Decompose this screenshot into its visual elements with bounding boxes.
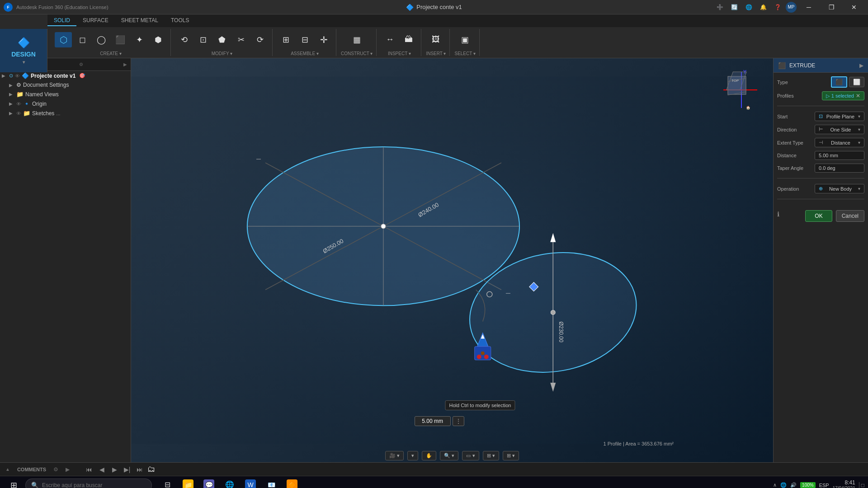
more-create-btn[interactable]: ⬢: [150, 32, 167, 47]
browser-item-doc-settings[interactable]: ▶ ⚙ Document Settings: [0, 80, 131, 89]
start-value: Profile Plane: [826, 114, 854, 119]
globe-btn[interactable]: 🌐: [742, 1, 755, 14]
cancel-button[interactable]: Cancel: [836, 210, 864, 222]
browser-collapse-btn[interactable]: ▶: [123, 62, 127, 67]
tab-tools[interactable]: TOOLS: [165, 15, 195, 26]
design-button[interactable]: 🔷 DESIGN ▾: [0, 29, 47, 72]
box-btn[interactable]: ◻: [74, 32, 91, 47]
distance-menu-btn[interactable]: ⋮: [453, 416, 464, 426]
grid-btn[interactable]: ⊞ ▾: [483, 451, 499, 460]
browser-item-origin[interactable]: ▶ 👁 🔹 Origin: [0, 99, 131, 108]
extent-type-dropdown[interactable]: ⊣ Distance ▾: [815, 138, 864, 147]
browser-settings-icon[interactable]: ⚙: [79, 62, 83, 67]
comments-collapse-right[interactable]: ▶: [66, 466, 70, 473]
user-avatar[interactable]: MP: [786, 2, 797, 13]
new-component-btn[interactable]: ⊞: [277, 32, 294, 47]
sphere-btn[interactable]: ⬛: [112, 32, 129, 47]
nav-next-btn[interactable]: ▶|: [122, 465, 132, 474]
profiles-clear-btn[interactable]: ✕: [856, 93, 860, 99]
comments-settings-icon[interactable]: ⚙: [53, 466, 58, 473]
canvas-tooltip: Hold Ctrl to modify selection: [445, 400, 515, 410]
help-btn[interactable]: ❓: [771, 1, 784, 14]
taper-angle-input[interactable]: 0.0 deg: [815, 164, 864, 173]
nav-play-btn[interactable]: ▶: [109, 465, 119, 474]
search-input[interactable]: [42, 482, 132, 488]
split-btn[interactable]: ✂: [232, 32, 250, 47]
taskbar-outlook[interactable]: 📧: [261, 476, 281, 488]
extrude-icon: ⬛: [778, 62, 786, 69]
language-indicator[interactable]: ESP: [819, 483, 829, 488]
bell-btn[interactable]: 🔔: [757, 1, 769, 14]
nv-folder-icon: 📁: [16, 91, 24, 98]
nav-cube[interactable]: Y TOP 🏠: [719, 67, 764, 113]
show-desktop-btn[interactable]: □: [859, 482, 864, 488]
extrude-collapse-btn[interactable]: ▶: [859, 62, 863, 69]
torus-btn[interactable]: ✦: [131, 32, 148, 47]
close-btn[interactable]: ✕: [844, 0, 864, 14]
sound-icon[interactable]: 🔊: [790, 482, 797, 488]
measure-btn[interactable]: ↔: [381, 32, 398, 47]
select-btn[interactable]: ▣: [457, 32, 474, 47]
canvas-distance-input[interactable]: 5.00 mm ⋮: [415, 416, 464, 426]
operation-dropdown[interactable]: ⊕ New Body ▾: [815, 184, 864, 193]
align-btn[interactable]: ⟳: [251, 32, 269, 47]
browser-item-sketches[interactable]: ▶ 👁 📁 Sketches ...: [0, 108, 131, 118]
env-btn[interactable]: ⊞ ▾: [503, 451, 519, 460]
taskbar-file-explorer[interactable]: 📁: [178, 476, 198, 488]
taskbar-chrome[interactable]: 🌐: [220, 476, 240, 488]
cylinder-btn[interactable]: ◯: [93, 32, 110, 47]
tab-sheet-metal[interactable]: SHEET METAL: [115, 15, 165, 26]
direction-dropdown[interactable]: ⊢ One Side ▾: [815, 125, 864, 134]
viewport[interactable]: Ø250.00 Ø240.00: [131, 58, 773, 462]
browser-panel: ◀ BROWSER ⚙ ▶ ▶ ⊙ 👁 🔷 Projecte conte v1 …: [0, 58, 131, 462]
nav-first-btn[interactable]: ⏮: [84, 465, 94, 474]
display-settings-btn[interactable]: ▭ ▾: [462, 451, 479, 460]
browser-item-root[interactable]: ▶ ⊙ 👁 🔷 Projecte conte v1 🎯: [0, 71, 131, 80]
nav-last-btn[interactable]: ⏭: [135, 465, 145, 474]
view-orient-btn[interactable]: 🎥 ▾: [385, 451, 404, 460]
taskbar-word[interactable]: W: [241, 476, 260, 488]
tab-solid[interactable]: SOLID: [47, 15, 76, 26]
move-btn[interactable]: ✛: [315, 32, 332, 47]
type-surface-btn[interactable]: ⬜: [849, 77, 864, 87]
pan-btn[interactable]: ✋: [422, 451, 436, 460]
root-eye-icon: 👁: [15, 73, 20, 79]
nav-timeline-icon[interactable]: 🗂: [147, 465, 156, 474]
search-bar[interactable]: 🔍: [25, 479, 152, 488]
joint-btn[interactable]: ⊟: [296, 32, 313, 47]
create-sketch-btn[interactable]: ⬡: [55, 32, 72, 47]
refresh-btn[interactable]: 🔄: [728, 1, 741, 14]
start-arrow-icon: ▾: [858, 114, 860, 119]
network-icon[interactable]: 🌐: [780, 482, 787, 488]
title-bar: F Autodesk Fusion 360 (Education License…: [0, 0, 868, 14]
display-mode-btn[interactable]: ▾: [407, 451, 418, 460]
fillet-btn[interactable]: ⟲: [175, 32, 193, 47]
section-btn[interactable]: 🏔: [400, 32, 417, 47]
maximize-btn[interactable]: ❐: [821, 0, 842, 14]
direction-label: Direction: [777, 127, 797, 132]
type-solid-btn[interactable]: ⬛: [831, 76, 847, 88]
taskbar-teams[interactable]: 💬: [199, 476, 219, 488]
insert-btn[interactable]: 🖼: [427, 32, 444, 47]
start-dropdown[interactable]: ⊡ Profile Plane ▾: [815, 112, 864, 121]
taskbar-task-view[interactable]: ⊟: [157, 476, 177, 488]
new-window-btn[interactable]: ➕: [713, 1, 726, 14]
browser-item-named-views[interactable]: ▶ 📁 Named Views: [0, 89, 131, 99]
taskbar-fusion360[interactable]: 🔶: [282, 476, 302, 488]
start-button[interactable]: ⊞: [4, 476, 24, 488]
shell-btn[interactable]: ⊡: [194, 32, 212, 47]
distance-value[interactable]: 5.00 mm: [415, 416, 451, 426]
minimize-btn[interactable]: ─: [798, 0, 819, 14]
construct-btn[interactable]: ▦: [348, 32, 365, 47]
sketches-folder-icon: 📁: [23, 110, 30, 117]
extrude-info-btn[interactable]: ℹ: [777, 211, 779, 218]
profiles-badge[interactable]: ▷ 1 selected ✕: [822, 91, 864, 100]
tab-surface[interactable]: SURFACE: [76, 15, 115, 26]
zoom-btn[interactable]: 🔍 ▾: [440, 451, 458, 460]
ok-button[interactable]: OK: [805, 210, 832, 222]
nav-prev-btn[interactable]: ◀: [97, 465, 107, 474]
bottom-collapse-icon[interactable]: ▲: [5, 467, 10, 472]
chevron-icon[interactable]: ∧: [773, 482, 777, 488]
scale-btn[interactable]: ⬟: [213, 32, 231, 47]
distance-input[interactable]: 5.00 mm: [815, 151, 864, 160]
